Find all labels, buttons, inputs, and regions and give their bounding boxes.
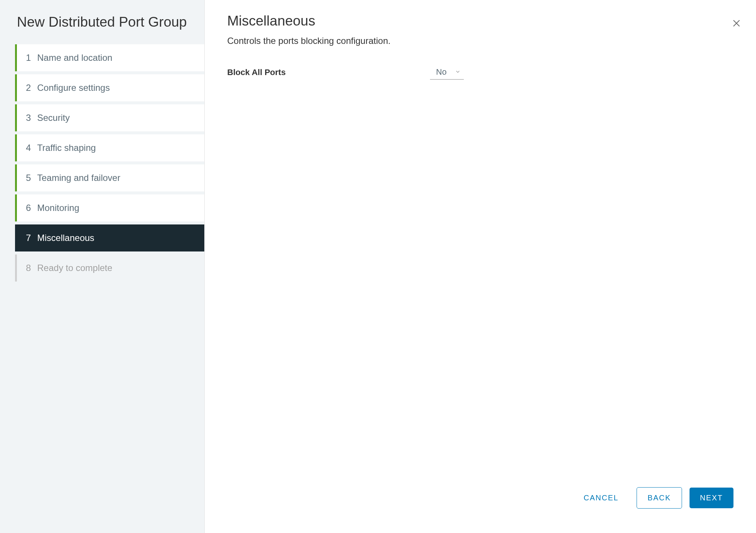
step-label: Teaming and failover <box>37 173 120 183</box>
chevron-down-icon <box>455 67 461 77</box>
page-subtitle: Controls the ports blocking configuratio… <box>227 36 733 46</box>
next-button[interactable]: NEXT <box>690 488 733 508</box>
wizard-steps-list: 1 Name and location 2 Configure settings… <box>0 44 204 282</box>
step-number: 6 <box>26 203 37 213</box>
step-label: Configure settings <box>37 83 110 93</box>
dropdown-value: No <box>436 67 455 77</box>
page-title: Miscellaneous <box>227 13 733 29</box>
wizard-container: New Distributed Port Group 1 Name and lo… <box>0 0 756 533</box>
step-security[interactable]: 3 Security <box>15 104 204 131</box>
step-teaming-and-failover[interactable]: 5 Teaming and failover <box>15 164 204 191</box>
step-ready-to-complete: 8 Ready to complete <box>15 254 204 282</box>
wizard-title: New Distributed Port Group <box>0 0 204 44</box>
step-label: Ready to complete <box>37 263 112 273</box>
step-number: 5 <box>26 173 37 183</box>
step-miscellaneous[interactable]: 7 Miscellaneous <box>15 224 204 251</box>
step-number: 8 <box>26 263 37 273</box>
back-button[interactable]: BACK <box>637 487 682 509</box>
step-name-and-location[interactable]: 1 Name and location <box>15 44 204 71</box>
wizard-footer: CANCEL BACK NEXT <box>227 480 733 520</box>
step-label: Monitoring <box>37 203 79 213</box>
step-number: 4 <box>26 143 37 153</box>
block-all-ports-label: Block All Ports <box>227 68 430 77</box>
wizard-sidebar: New Distributed Port Group 1 Name and lo… <box>0 0 205 533</box>
page-header: Miscellaneous Controls the ports blockin… <box>227 13 733 46</box>
step-number: 2 <box>26 83 37 93</box>
step-label: Traffic shaping <box>37 143 96 153</box>
step-label: Name and location <box>37 53 112 63</box>
main-content: Miscellaneous Controls the ports blockin… <box>205 0 756 533</box>
step-number: 1 <box>26 53 37 63</box>
close-icon <box>732 23 741 29</box>
step-monitoring[interactable]: 6 Monitoring <box>15 194 204 221</box>
block-all-ports-row: Block All Ports No <box>227 65 733 80</box>
cancel-button[interactable]: CANCEL <box>573 488 629 508</box>
step-number: 3 <box>26 113 37 123</box>
close-button[interactable] <box>732 19 741 29</box>
step-label: Miscellaneous <box>37 233 94 243</box>
step-traffic-shaping[interactable]: 4 Traffic shaping <box>15 134 204 161</box>
step-configure-settings[interactable]: 2 Configure settings <box>15 74 204 101</box>
block-all-ports-dropdown[interactable]: No <box>430 65 464 80</box>
step-number: 7 <box>26 233 37 243</box>
step-label: Security <box>37 113 70 123</box>
form-content: Block All Ports No <box>227 65 733 480</box>
